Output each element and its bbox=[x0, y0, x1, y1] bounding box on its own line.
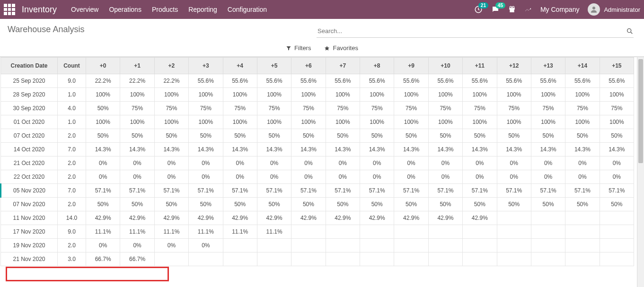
cell-value: 42.9% bbox=[189, 211, 223, 225]
messages-icon[interactable]: 45 bbox=[491, 5, 500, 14]
table-wrap: Creation DateCount+0+1+2+3+4+5+6+7+8+9+1… bbox=[0, 57, 644, 287]
col-header-17[interactable]: +15 bbox=[600, 58, 634, 74]
app-name[interactable]: Inventory bbox=[22, 5, 57, 15]
cell-value: 14.3% bbox=[497, 143, 531, 157]
cell-value: 50% bbox=[223, 129, 257, 143]
cell-value: 100% bbox=[120, 115, 154, 129]
menu-products[interactable]: Products bbox=[152, 6, 178, 13]
table-row[interactable]: 11 Nov 202014.042.9%42.9%42.9%42.9%42.9%… bbox=[1, 211, 634, 225]
cell-value: 0% bbox=[360, 157, 394, 170]
table-row[interactable]: 25 Sep 20209.022.2%22.2%22.2%55.6%55.6%5… bbox=[1, 74, 634, 88]
user-menu[interactable]: Administrator bbox=[588, 3, 640, 16]
table-row[interactable]: 30 Sep 20204.050%75%75%75%75%75%75%75%75… bbox=[1, 102, 634, 115]
cell-value: 100% bbox=[497, 88, 531, 102]
cell-value bbox=[394, 252, 428, 266]
cell-value: 0% bbox=[600, 157, 634, 170]
table-row[interactable]: 28 Sep 20201.0100%100%100%100%100%100%10… bbox=[1, 88, 634, 102]
cell-value: 14.3% bbox=[257, 143, 291, 157]
menu-configuration[interactable]: Configuration bbox=[228, 6, 267, 13]
cell-date: 01 Oct 2020 bbox=[1, 115, 58, 129]
table-row[interactable]: 07 Oct 20202.050%50%50%50%50%50%50%50%50… bbox=[1, 129, 634, 143]
col-header-2[interactable]: +0 bbox=[86, 58, 120, 74]
cell-value: 57.1% bbox=[120, 184, 154, 198]
table-row[interactable]: 21 Nov 20203.066.7%66.7% bbox=[1, 252, 634, 266]
cell-value: 100% bbox=[565, 115, 600, 129]
table-row[interactable]: 22 Oct 20202.00%0%0%0%0%0%0%0%0%0%0%0%0%… bbox=[1, 170, 634, 184]
cell-value: 100% bbox=[428, 115, 462, 129]
menu-operations[interactable]: Operations bbox=[109, 6, 141, 13]
table-row[interactable]: 19 Nov 20202.00%0%0%0% bbox=[1, 239, 634, 252]
searchbox[interactable] bbox=[317, 25, 634, 38]
cell-value: 75% bbox=[531, 102, 565, 115]
cell-value: 0% bbox=[154, 239, 188, 252]
cell-count: 2.0 bbox=[58, 129, 86, 143]
cell-value: 100% bbox=[531, 88, 565, 102]
col-header-0[interactable]: Creation Date bbox=[1, 58, 58, 74]
table-row[interactable]: 01 Oct 20201.0100%100%100%100%100%100%10… bbox=[1, 115, 634, 129]
cell-value: 100% bbox=[565, 88, 600, 102]
activities-icon[interactable]: 21 bbox=[474, 5, 483, 14]
cell-value: 42.9% bbox=[360, 211, 394, 225]
menu-overview[interactable]: Overview bbox=[71, 6, 98, 13]
cell-value: 100% bbox=[600, 115, 634, 129]
cell-value: 42.9% bbox=[86, 211, 120, 225]
cell-value: 14.3% bbox=[154, 143, 188, 157]
gift-icon[interactable] bbox=[508, 6, 516, 13]
cell-value: 0% bbox=[497, 170, 531, 184]
tools-icon[interactable] bbox=[524, 6, 532, 13]
cell-date: 19 Nov 2020 bbox=[1, 239, 58, 252]
apps-icon[interactable] bbox=[4, 4, 15, 15]
cell-value: 55.6% bbox=[326, 74, 360, 88]
cell-value: 0% bbox=[531, 157, 565, 170]
cell-value: 50% bbox=[394, 129, 428, 143]
cell-value: 50% bbox=[86, 102, 120, 115]
col-header-16[interactable]: +14 bbox=[565, 58, 600, 74]
col-header-15[interactable]: +13 bbox=[531, 58, 565, 74]
cell-value: 55.6% bbox=[223, 74, 257, 88]
cell-value: 100% bbox=[360, 88, 394, 102]
col-header-3[interactable]: +1 bbox=[120, 58, 154, 74]
table-row[interactable]: 21 Oct 20202.00%0%0%0%0%0%0%0%0%0%0%0%0%… bbox=[1, 157, 634, 170]
cell-count: 2.0 bbox=[58, 239, 86, 252]
table-row[interactable]: 17 Nov 20209.011.1%11.1%11.1%11.1%11.1%1… bbox=[1, 225, 634, 239]
table-row[interactable]: 05 Nov 20207.057.1%57.1%57.1%57.1%57.1%5… bbox=[1, 184, 634, 198]
cell-value: 100% bbox=[223, 88, 257, 102]
col-header-10[interactable]: +8 bbox=[360, 58, 394, 74]
cell-value: 55.6% bbox=[257, 74, 291, 88]
cell-value bbox=[394, 239, 428, 252]
cell-value: 50% bbox=[86, 129, 120, 143]
cell-count: 14.0 bbox=[58, 211, 86, 225]
col-header-1[interactable]: Count bbox=[58, 58, 86, 74]
scrollbar[interactable] bbox=[637, 57, 644, 287]
cell-value: 11.1% bbox=[223, 225, 257, 239]
cell-date: 07 Nov 2020 bbox=[1, 198, 58, 211]
cell-value: 100% bbox=[189, 115, 223, 129]
menu-reporting[interactable]: Reporting bbox=[188, 6, 217, 13]
col-header-5[interactable]: +3 bbox=[189, 58, 223, 74]
scrollbar-thumb[interactable] bbox=[638, 59, 643, 163]
search-icon[interactable] bbox=[626, 27, 634, 35]
company-switcher[interactable]: My Company bbox=[540, 6, 579, 13]
col-header-11[interactable]: +9 bbox=[394, 58, 428, 74]
cell-value: 0% bbox=[189, 157, 223, 170]
favorites-button[interactable]: Favorites bbox=[324, 44, 358, 52]
col-header-12[interactable]: +10 bbox=[428, 58, 462, 74]
col-header-7[interactable]: +5 bbox=[257, 58, 291, 74]
cell-value: 0% bbox=[86, 239, 120, 252]
cell-value bbox=[565, 239, 600, 252]
cell-date: 17 Nov 2020 bbox=[1, 225, 58, 239]
col-header-13[interactable]: +11 bbox=[463, 58, 497, 74]
col-header-4[interactable]: +2 bbox=[154, 58, 188, 74]
search-input[interactable] bbox=[317, 26, 626, 36]
table-row[interactable]: 14 Oct 20207.014.3%14.3%14.3%14.3%14.3%1… bbox=[1, 143, 634, 157]
cell-value: 14.3% bbox=[463, 143, 497, 157]
table-row[interactable]: 07 Nov 20202.050%50%50%50%50%50%50%50%50… bbox=[1, 198, 634, 211]
col-header-6[interactable]: +4 bbox=[223, 58, 257, 74]
col-header-9[interactable]: +7 bbox=[326, 58, 360, 74]
cell-value: 50% bbox=[497, 198, 531, 211]
col-header-8[interactable]: +6 bbox=[291, 58, 326, 74]
filters-button[interactable]: Filters bbox=[286, 44, 311, 52]
cell-value: 75% bbox=[463, 102, 497, 115]
page-title: Warehouse Analysis bbox=[8, 25, 84, 35]
col-header-14[interactable]: +12 bbox=[497, 58, 531, 74]
